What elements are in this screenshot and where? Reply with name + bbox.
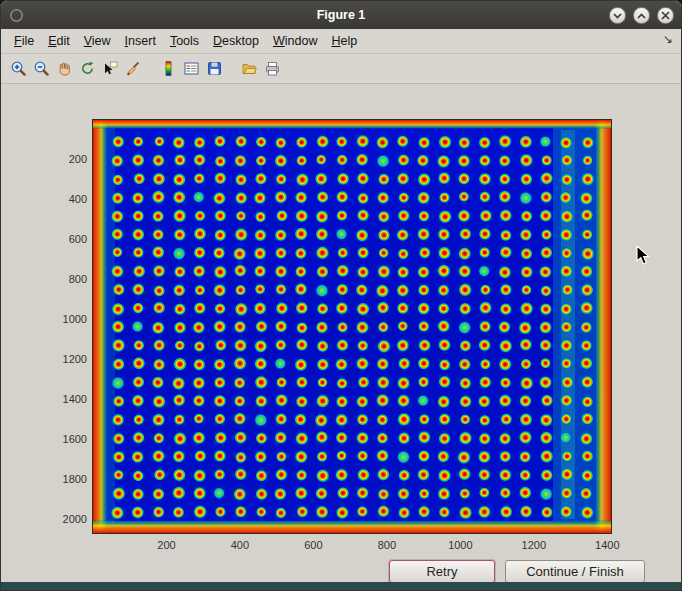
- toolbar-separator: [145, 58, 156, 80]
- y-tick-label: 1400: [39, 393, 87, 405]
- toolbar-separator: [226, 58, 237, 80]
- chevron-up-icon: [637, 13, 646, 19]
- menu-window[interactable]: Window: [266, 31, 324, 51]
- brush-icon[interactable]: [122, 58, 144, 80]
- y-tick-label: 1200: [39, 353, 87, 365]
- menu-tools[interactable]: Tools: [163, 31, 206, 51]
- save-icon[interactable]: [203, 58, 225, 80]
- y-tick-label: 1600: [39, 433, 87, 445]
- menu-edit[interactable]: Edit: [41, 31, 77, 51]
- legend-icon[interactable]: [180, 58, 202, 80]
- y-tick-label: 1800: [39, 473, 87, 485]
- menu-desktop[interactable]: Desktop: [206, 31, 266, 51]
- y-tick-label: 400: [39, 193, 87, 205]
- y-tick-label: 200: [39, 153, 87, 165]
- open-icon[interactable]: [238, 58, 260, 80]
- y-tick-label: 600: [39, 233, 87, 245]
- x-tick-label: 800: [365, 539, 409, 551]
- data-cursor-icon[interactable]: [99, 58, 121, 80]
- y-tick-label: 800: [39, 273, 87, 285]
- x-tick-label: 1400: [585, 539, 629, 551]
- print-icon[interactable]: [261, 58, 283, 80]
- y-tick-label: 1000: [39, 313, 87, 325]
- close-button[interactable]: [657, 7, 674, 24]
- maximize-button[interactable]: [633, 7, 650, 24]
- menubar: FileEditViewInsertToolsDesktopWindowHelp…: [1, 29, 681, 54]
- menu-insert[interactable]: Insert: [118, 31, 163, 51]
- close-icon: [661, 11, 670, 20]
- window-title: Figure 1: [1, 1, 681, 29]
- x-tick-label: 1200: [512, 539, 556, 551]
- titlebar[interactable]: Figure 1: [1, 1, 681, 29]
- x-tick-label: 600: [291, 539, 335, 551]
- zoom-out-icon[interactable]: [30, 58, 52, 80]
- zoom-in-icon[interactable]: [7, 58, 29, 80]
- chevron-down-icon: [613, 13, 622, 19]
- menu-view[interactable]: View: [77, 31, 118, 51]
- shade-button[interactable]: [609, 7, 626, 24]
- retry-button[interactable]: Retry: [389, 560, 495, 583]
- plot-canvas[interactable]: [92, 119, 612, 534]
- window-bottom-edge: [1, 582, 681, 590]
- x-tick-label: 400: [218, 539, 262, 551]
- figure-area: Retry Continue / Finish 2004006008001000…: [1, 85, 681, 582]
- menubar-items: FileEditViewInsertToolsDesktopWindowHelp: [7, 31, 364, 51]
- menu-file[interactable]: File: [7, 31, 41, 51]
- figure-window: Figure 1 FileEditViewInsertToolsDesktopW…: [0, 0, 682, 591]
- continue-finish-button[interactable]: Continue / Finish: [505, 560, 645, 583]
- pan-icon[interactable]: [53, 58, 75, 80]
- x-tick-label: 200: [144, 539, 188, 551]
- rotate-3d-icon[interactable]: [76, 58, 98, 80]
- menubar-overflow-icon[interactable]: ↘: [663, 32, 673, 46]
- x-tick-label: 1000: [438, 539, 482, 551]
- colorbar-icon[interactable]: [157, 58, 179, 80]
- toolbar: [1, 54, 681, 84]
- menu-help[interactable]: Help: [324, 31, 364, 51]
- y-tick-label: 2000: [39, 513, 87, 525]
